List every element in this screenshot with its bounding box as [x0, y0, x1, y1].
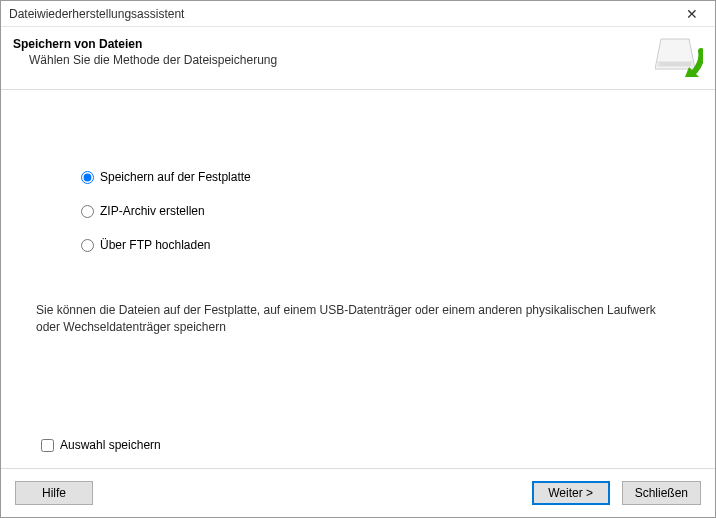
footer: Hilfe Weiter > Schließen	[1, 468, 715, 517]
radio-ftp-upload[interactable]: Über FTP hochladen	[81, 238, 685, 252]
header: Speichern von Dateien Wählen Sie die Met…	[1, 27, 715, 89]
content-area: Speichern auf der Festplatte ZIP-Archiv …	[1, 89, 715, 468]
radio-save-to-disk[interactable]: Speichern auf der Festplatte	[81, 170, 685, 184]
radio-create-zip[interactable]: ZIP-Archiv erstellen	[81, 204, 685, 218]
radio-save-to-disk-input[interactable]	[81, 171, 94, 184]
save-selection-checkbox[interactable]: Auswahl speichern	[41, 438, 161, 452]
drive-save-icon	[655, 37, 703, 79]
radio-ftp-upload-input[interactable]	[81, 239, 94, 252]
radio-label: Über FTP hochladen	[100, 238, 211, 252]
radio-create-zip-input[interactable]	[81, 205, 94, 218]
checkbox-label: Auswahl speichern	[60, 438, 161, 452]
svg-rect-1	[657, 61, 693, 67]
close-button[interactable]: Schließen	[622, 481, 701, 505]
page-title: Speichern von Dateien	[13, 37, 655, 51]
next-button[interactable]: Weiter >	[532, 481, 610, 505]
save-selection-input[interactable]	[41, 439, 54, 452]
close-icon[interactable]: ✕	[677, 6, 707, 22]
save-method-group: Speichern auf der Festplatte ZIP-Archiv …	[81, 170, 685, 252]
titlebar: Dateiwiederherstellungsassistent ✕	[1, 1, 715, 27]
help-button[interactable]: Hilfe	[15, 481, 93, 505]
method-description: Sie können die Dateien auf der Festplatt…	[36, 302, 676, 336]
page-subtitle: Wählen Sie die Methode der Dateispeicher…	[29, 53, 655, 67]
radio-label: ZIP-Archiv erstellen	[100, 204, 205, 218]
window-title: Dateiwiederherstellungsassistent	[9, 7, 184, 21]
header-text: Speichern von Dateien Wählen Sie die Met…	[13, 37, 655, 67]
radio-label: Speichern auf der Festplatte	[100, 170, 251, 184]
